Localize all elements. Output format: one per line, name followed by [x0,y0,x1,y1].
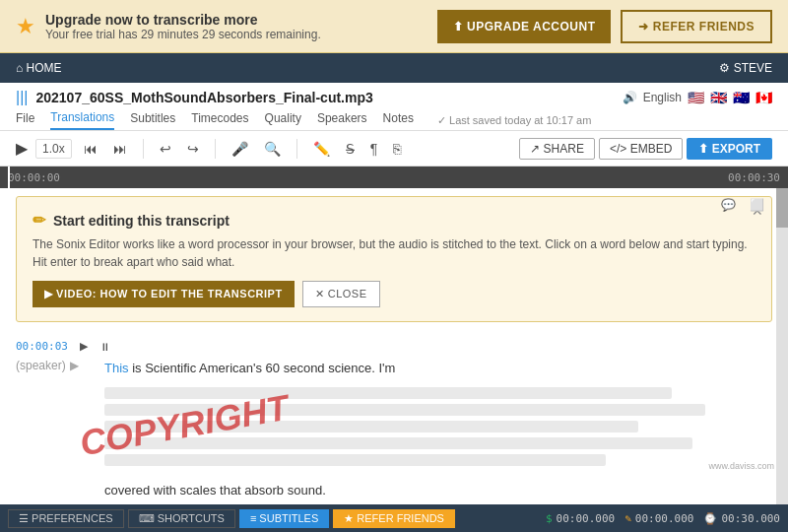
transcript-last-line: covered with scales that absorb sound. [104,483,772,498]
preferences-button[interactable]: ☰ PREFERENCES [8,509,124,528]
menu-quality[interactable]: Quality [265,111,301,129]
strikethrough-button[interactable]: S̶ [342,139,359,159]
edit-popup: ✕ ✏ Start editing this transcript The So… [16,196,772,322]
embed-button[interactable]: </> EMBED [599,138,683,160]
blur-line-3 [104,421,638,432]
subtitles-button[interactable]: ≡ SUBTITLES [239,509,329,528]
transcript-rest: is Scientific American's 60 second scien… [132,361,395,375]
clock-icon: ⌚ [703,512,717,525]
highlight-word[interactable]: This [104,361,129,375]
redo-button[interactable]: ↪ [183,139,203,159]
close-popup-button[interactable]: ✕ CLOSE [302,281,380,307]
fast-forward-button[interactable]: ⏭ [109,139,131,159]
popup-actions: ▶ VIDEO: HOW TO EDIT THE TRANSCRIPT ✕ CL… [33,281,755,307]
speaker-label: (speaker) ▶ [16,359,95,372]
paragraph-button[interactable]: ¶ [366,139,382,159]
toolbar-left: ▶ 1.0x ⏮ ⏭ ↩ ↪ 🎤 🔍 ✏️ S̶ ¶ ⎘ [16,139,405,159]
menu-speakers[interactable]: Speakers [317,111,367,129]
file-title-left: ||| 202107_60SS_MothSoundAbsorbers_Final… [16,89,373,106]
speaker-line: (speaker) ▶ This is Scientific American'… [16,359,772,379]
speaker-icon: 🔊 [623,91,637,104]
menu-subtitles[interactable]: Subtitles [130,111,175,129]
stat-time: ⌚ 00:30.000 [703,512,780,525]
stat-time-value: 00:30.000 [721,512,780,525]
dollar-icon: $ [546,512,553,525]
blur-line-1 [104,387,672,399]
stat-edit-value: 00:00.000 [635,512,694,525]
menu-notes[interactable]: Notes [383,111,414,129]
toolbar: ▶ 1.0x ⏮ ⏭ ↩ ↪ 🎤 🔍 ✏️ S̶ ¶ ⎘ ↗ SHARE </>… [0,131,788,166]
copy-button[interactable]: ⎘ [389,139,405,159]
file-title-row: ||| 202107_60SS_MothSoundAbsorbers_Final… [16,89,772,106]
pencil-icon: ✏ [33,211,45,230]
pause-segment-button[interactable]: ⏸ [96,338,114,355]
export-button[interactable]: ⬆ EXPORT [687,138,772,160]
bottom-left-buttons: ☰ PREFERENCES ⌨ SHORTCUTS ≡ SUBTITLES ★ … [8,509,455,528]
scrollbar-thumb[interactable] [776,188,788,228]
language-label: English [643,91,682,104]
upgrade-button[interactable]: ⬆ UPGRADE ACCOUNT [437,10,612,43]
flag-us: 🇺🇸 [688,90,704,105]
flag-gb: 🇬🇧 [710,90,727,105]
file-menu: File Translations Subtitles Timecodes Qu… [16,110,772,130]
shortcuts-button[interactable]: ⌨ SHORTCUTS [128,509,235,528]
undo-button[interactable]: ↩ [156,139,175,159]
upgrade-banner: ★ Upgrade now to transcribe more Your fr… [0,0,788,53]
banner-left: ★ Upgrade now to transcribe more Your fr… [16,12,321,41]
edit-icon: ✎ [624,512,631,525]
scrollbar[interactable] [776,188,788,505]
timeline-cursor [8,166,10,188]
share-button[interactable]: ↗ SHARE [519,138,595,160]
mic-button[interactable]: 🎤 [228,139,252,159]
refer-friends-bottom-button[interactable]: ★ REFER FRIENDS [333,509,455,528]
file-header: ||| 202107_60SS_MothSoundAbsorbers_Final… [0,83,788,131]
menu-file[interactable]: File [16,111,34,129]
toolbar-right: ↗ SHARE </> EMBED ⬆ EXPORT [519,138,772,160]
speed-control[interactable]: 1.0x [35,139,72,159]
video-tutorial-button[interactable]: ▶ VIDEO: HOW TO EDIT THE TRANSCRIPT [33,281,295,307]
transcript-first-line[interactable]: This is Scientific American's 60 second … [104,359,395,379]
play-button[interactable]: ▶ [16,139,28,158]
watermark: www.daviss.com [708,461,774,471]
stat-dollar: $ 00:00.000 [546,512,615,525]
banner-title: Upgrade now to transcribe more [45,12,321,28]
divider-2 [215,139,216,159]
search-button[interactable]: 🔍 [260,139,285,159]
play-segment-button[interactable]: ▶ [76,338,92,355]
stat-edit: ✎ 00:00.000 [624,512,693,525]
time-controls: ▶ ⏸ [76,338,114,355]
main-content: ✕ ✏ Start editing this transcript The So… [0,188,788,505]
file-title-right: 🔊 English 🇺🇸 🇬🇧 🇦🇺 🇨🇦 [623,90,772,105]
user-nav[interactable]: ⚙ STEVE [719,61,772,75]
banner-subtitle: Your free trial has 29 minutes 29 second… [45,28,321,41]
flag-au: 🇦🇺 [733,90,750,105]
file-name: 202107_60SS_MothSoundAbsorbers_Final-cut… [35,90,372,105]
timeline[interactable]: 00:00:00 00:00:30 [0,166,788,188]
menu-translations[interactable]: Translations [50,110,114,130]
menu-timecodes[interactable]: Timecodes [191,111,248,129]
banner-text: Upgrade now to transcribe more Your free… [45,12,321,41]
stat-dollar-value: 00:00.000 [557,512,616,525]
transcript-timestamp: 00:00:03 [16,340,68,353]
comment-icon[interactable]: 💬 [717,196,740,214]
bottom-stats: $ 00:00.000 ✎ 00:00.000 ⌚ 00:30.000 [546,512,780,525]
blurred-content [104,387,772,466]
blur-line-2 [104,404,705,416]
timeline-start: 00:00:00 [8,171,60,184]
blur-line-5 [104,454,606,466]
transcript-time-row: 00:00:03 ▶ ⏸ [16,338,772,355]
banner-buttons: ⬆ UPGRADE ACCOUNT ➜ REFER FRIENDS [437,10,772,43]
blur-line-4 [104,437,692,449]
star-icon: ★ [16,14,35,39]
speaker-name: (speaker) [16,359,66,372]
transcript-block: 00:00:03 ▶ ⏸ (speaker) ▶ This is Scienti… [16,334,772,475]
chevron-right-icon: ▶ [70,359,79,372]
divider-3 [296,139,297,159]
home-nav[interactable]: ⌂ HOME [16,61,62,75]
bottom-bar: ☰ PREFERENCES ⌨ SHORTCUTS ≡ SUBTITLES ★ … [0,504,788,532]
highlight-button[interactable]: ✏️ [309,139,334,159]
rewind-button[interactable]: ⏮ [80,139,101,159]
expand-icon[interactable]: ⬜ [746,196,768,214]
refer-friends-button[interactable]: ➜ REFER FRIENDS [621,10,772,43]
transcript-action-icons: 💬 ⬜ [717,196,768,214]
